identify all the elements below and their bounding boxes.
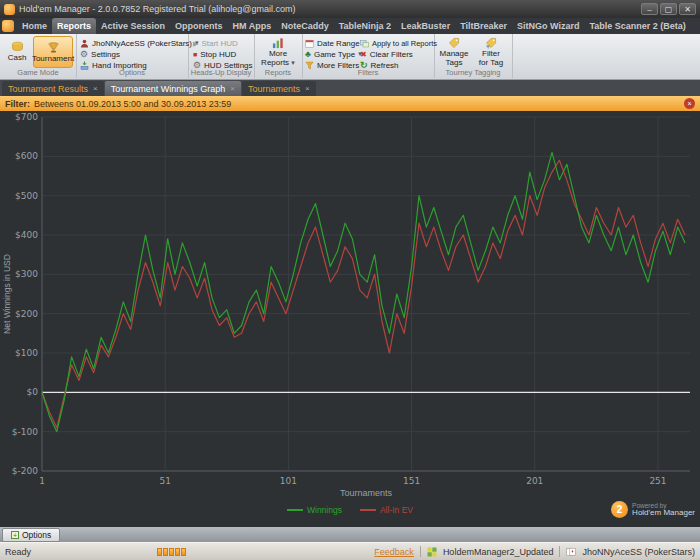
svg-text:251: 251: [649, 476, 666, 486]
window-title: Hold'em Manager - 2.0.0.7852 Registered …: [19, 4, 295, 14]
close-tab-icon[interactable]: ×: [305, 84, 310, 93]
settings-button[interactable]: ⚙ Settings: [80, 49, 120, 59]
options-panel-bar: + Options: [0, 527, 700, 542]
more-reports-line2: Reports ▾: [261, 59, 295, 67]
hm-logo-icon[interactable]: [2, 20, 14, 32]
coins-icon: [11, 41, 24, 53]
clear-filters-label: Clear Filters: [370, 50, 413, 59]
x-axis-title: Tournaments: [42, 488, 690, 498]
play-icon: ▶: [193, 39, 198, 48]
group-options: JhoNNyAceSS (PokerStars) ▾ ⚙ Settings Ha…: [76, 34, 189, 78]
hm2-badge-icon: 2: [611, 501, 628, 518]
account-status[interactable]: JhoNNyAceSS (PokerStars): [582, 547, 695, 557]
close-tab-icon[interactable]: ×: [230, 84, 235, 93]
svg-text:201: 201: [526, 476, 543, 486]
stop-hud-label: Stop HUD: [200, 50, 236, 59]
group-label-game-mode: Game Mode: [0, 68, 76, 77]
expand-icon: +: [11, 531, 19, 539]
manage-tags-button[interactable]: Manage Tags: [437, 36, 471, 68]
filter-for-tag-button[interactable]: Filter for Tag: [474, 36, 508, 68]
cash-button[interactable]: Cash: [3, 36, 31, 68]
tab-sitngo-wizard[interactable]: SitNGo Wizard: [512, 18, 584, 34]
club-suit-icon: ♣: [305, 50, 311, 59]
manage-tags-line2: Tags: [446, 59, 463, 67]
tab-home[interactable]: Home: [17, 18, 52, 34]
group-game-mode: Cash Tournament Game Mode: [0, 34, 77, 78]
minimize-button[interactable]: –: [641, 3, 658, 15]
apply-all-reports-label: Apply to all Reports: [372, 39, 437, 48]
bar-chart-icon: [271, 37, 285, 49]
status-bar: Ready Feedback HoldemManager2_Updated Jh…: [0, 542, 700, 560]
doc-tab-label: Tournament Results: [8, 84, 88, 94]
tournament-label: Tournament: [32, 55, 74, 63]
tab-leakbuster[interactable]: LeakBuster: [396, 18, 455, 34]
options-label: Options: [22, 530, 51, 540]
svg-text:$200: $200: [15, 309, 38, 319]
clear-filter-icon[interactable]: ×: [684, 98, 695, 109]
svg-text:$300: $300: [15, 269, 38, 279]
close-tab-icon[interactable]: ×: [93, 84, 98, 93]
winnings-chart: $700$600$500$400$300$200$100$0$-100$-200…: [0, 111, 700, 527]
close-button[interactable]: ✕: [679, 3, 696, 15]
group-tourney-tagging: Manage Tags Filter for Tag Tourney Taggi…: [434, 34, 513, 78]
powered-by-name: Hold'em Manager: [632, 509, 695, 518]
doc-tab-tournament-results[interactable]: Tournament Results ×: [2, 81, 104, 96]
svg-text:$600: $600: [15, 151, 38, 161]
clear-filters-button[interactable]: ✖ Clear Filters: [360, 49, 413, 59]
ribbon-tab-bar: Home Reports Active Session Opponents HM…: [0, 18, 700, 34]
svg-text:151: 151: [403, 476, 420, 486]
import-progress: [157, 548, 186, 556]
group-label-filters: Filters: [302, 68, 434, 77]
group-label-hud: Heads-Up Display: [188, 68, 254, 77]
maximize-button[interactable]: ▢: [660, 3, 677, 15]
tab-tableninja[interactable]: TableNinja 2: [334, 18, 396, 34]
stop-icon: ■: [193, 50, 197, 59]
winnings-line-swatch: [287, 509, 303, 511]
feedback-link[interactable]: Feedback: [374, 547, 414, 557]
winnings-graph-panel: $700$600$500$400$300$200$100$0$-100$-200…: [0, 111, 700, 527]
legend-winnings-label: Winnings: [307, 505, 342, 515]
player-icon: [80, 39, 89, 48]
legend-winnings: Winnings: [287, 505, 342, 515]
separator: [420, 546, 421, 557]
filter-for-tag-line2: for Tag: [479, 59, 503, 67]
svg-text:$0: $0: [27, 387, 39, 397]
y-axis-title: Net Winnings in USD: [2, 169, 12, 419]
start-hud-button[interactable]: ▶ Start HUD: [193, 38, 238, 48]
more-reports-button[interactable]: More Reports ▾: [258, 36, 298, 68]
tournament-button[interactable]: Tournament: [33, 36, 73, 68]
tab-tiltbreaker[interactable]: TiltBreaker: [455, 18, 512, 34]
svg-text:1: 1: [39, 476, 45, 486]
tab-notecaddy[interactable]: NoteCaddy: [276, 18, 334, 34]
tab-opponents[interactable]: Opponents: [170, 18, 228, 34]
filter-bar: Filter: Betweens 01.09.2013 5:00 and 30.…: [0, 96, 700, 111]
trophy-icon: [47, 41, 60, 54]
status-right: Feedback HoldemManager2_Updated JhoNNyAc…: [374, 546, 695, 557]
game-type-button[interactable]: ♣ Game Type ▾: [305, 49, 362, 59]
updater-status[interactable]: HoldemManager2_Updated: [443, 547, 554, 557]
allin-ev-line-swatch: [360, 509, 376, 511]
group-hud: ▶ Start HUD ■ Stop HUD ⚙ HUD Settings He…: [188, 34, 255, 78]
separator: [559, 546, 560, 557]
doc-tab-tournament-winnings-graph[interactable]: Tournament Winnings Graph ×: [105, 81, 241, 96]
window-controls: – ▢ ✕: [641, 3, 696, 15]
svg-text:$400: $400: [15, 230, 38, 240]
filter-for-tag-line1: Filter: [482, 50, 500, 58]
options-expander[interactable]: + Options: [2, 528, 60, 542]
title-bar: Hold'em Manager - 2.0.0.7852 Registered …: [0, 0, 700, 18]
svg-text:$-200: $-200: [12, 466, 38, 476]
apply-all-reports-button[interactable]: Apply to all Reports: [360, 38, 437, 48]
game-type-label: Game Type: [314, 50, 355, 59]
player-select[interactable]: JhoNNyAceSS (PokerStars) ▾: [80, 38, 199, 48]
stop-hud-button[interactable]: ■ Stop HUD: [193, 49, 236, 59]
clear-filters-icon: ✖: [360, 50, 367, 59]
doc-tab-tournaments[interactable]: Tournaments ×: [242, 81, 316, 96]
manage-tags-line1: Manage: [440, 50, 469, 58]
status-ready: Ready: [5, 547, 31, 557]
calendar-icon: [305, 39, 314, 48]
tab-active-session[interactable]: Active Session: [96, 18, 170, 34]
tab-table-scanner[interactable]: Table Scanner 2 (Beta): [584, 18, 690, 34]
tab-hm-apps[interactable]: HM Apps: [228, 18, 277, 34]
date-range-button[interactable]: Date Range ▾: [305, 38, 366, 48]
tab-reports[interactable]: Reports: [52, 18, 96, 34]
